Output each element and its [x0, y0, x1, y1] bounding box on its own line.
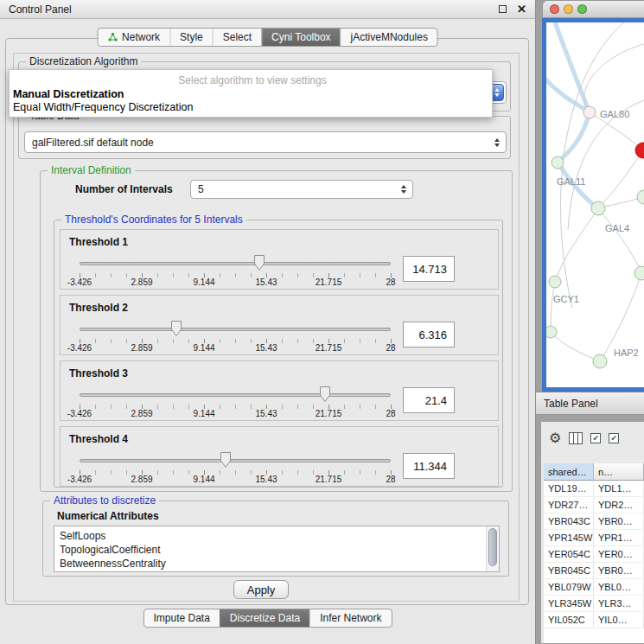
apply-button[interactable]: Apply	[233, 580, 289, 599]
window-minimize-icon[interactable]	[564, 4, 573, 14]
tab-infer-network[interactable]: Infer Network	[309, 609, 391, 627]
tab-label: Cyni Toolbox	[271, 31, 330, 43]
popup-item-manual-discretization[interactable]: Manual Discretization	[13, 88, 492, 101]
tab-discretize-data[interactable]: Discretize Data	[220, 609, 309, 627]
threshold-slider[interactable]: -3.4262.8599.14415.4321.71528	[80, 448, 391, 484]
columns-icon[interactable]	[569, 432, 583, 444]
tab-select[interactable]: Select	[213, 29, 261, 46]
table-cell[interactable]: YIL0…	[594, 612, 644, 628]
threshold-slider[interactable]: -3.4262.8599.14415.4321.71528	[80, 382, 391, 418]
unselect-all-check-icon[interactable]: ✔	[609, 433, 619, 443]
slider-scale: -3.4262.8599.14415.4321.71528	[80, 343, 391, 354]
tab-impute-data[interactable]: Impute Data	[143, 609, 219, 627]
attributes-list[interactable]: SelfLoops TopologicalCoefficient Between…	[54, 526, 500, 572]
tab-jactivemnodules[interactable]: jActiveMNodules	[341, 29, 437, 46]
list-item[interactable]: TopologicalCoefficient	[60, 543, 499, 557]
table-cell[interactable]: YDR2…	[594, 497, 644, 513]
threshold-value-field[interactable]	[403, 387, 455, 413]
group-title: Discretization Algorithm	[26, 55, 141, 67]
table-cell[interactable]: YER054C	[544, 546, 594, 563]
scrollbar-thumb[interactable]	[488, 528, 497, 566]
slider-thumb[interactable]	[220, 451, 232, 469]
screen: Control Panel ✕ Network Style Select Cyn…	[0, 0, 644, 644]
popup-item-equal-width-frequency[interactable]: Equal Width/Frequency Discretization	[13, 101, 492, 114]
table-cell[interactable]: YDR27…	[544, 497, 594, 513]
window-zoom-icon[interactable]	[577, 4, 587, 14]
tab-label: Impute Data	[153, 612, 209, 624]
panel-title: Control Panel	[9, 3, 499, 16]
gear-icon[interactable]: ⚙	[549, 431, 561, 445]
table-row[interactable]: YBL079WYBL0…	[544, 579, 644, 596]
tab-label: Network	[122, 31, 160, 43]
table-cell[interactable]: YBR0…	[594, 563, 644, 579]
network-canvas[interactable]: GAL80 GAL11 GAL4 GCY1 HAP2	[546, 22, 644, 392]
tab-label: Style	[180, 31, 203, 43]
table-cell[interactable]: YDL19…	[544, 481, 594, 497]
threshold-slider[interactable]: -3.4262.8599.14415.4321.71528	[80, 251, 391, 287]
slider-track[interactable]	[80, 393, 391, 397]
slider-track[interactable]	[80, 328, 391, 331]
number-of-intervals-combobox[interactable]: 5	[190, 180, 413, 199]
list-item[interactable]: SelfLoops	[60, 529, 499, 543]
interval-definition-group: Interval Definition Number of Intervals …	[40, 170, 513, 492]
slider-track[interactable]	[80, 459, 391, 462]
table-cell[interactable]: YDL1…	[594, 481, 644, 497]
network-node[interactable]	[552, 156, 564, 169]
table-row[interactable]: YDL19…YDL1…	[544, 481, 644, 497]
table-cell[interactable]: YIL052C	[544, 612, 594, 628]
window-close-icon[interactable]	[550, 4, 559, 14]
list-scrollbar[interactable]	[486, 526, 499, 571]
table-data-combobox[interactable]: galFiltered.sif default node	[24, 131, 507, 153]
network-node[interactable]	[583, 106, 596, 118]
table-row[interactable]: YER054CYER0…	[544, 546, 644, 563]
slider-thumb[interactable]	[319, 386, 331, 403]
column-header-shared-name[interactable]: shared…	[544, 463, 594, 481]
table-cell[interactable]: YPR145W	[544, 530, 594, 546]
network-view[interactable]: GAL80 GAL11 GAL4 GCY1 HAP2	[542, 18, 644, 392]
slider-thumb[interactable]	[253, 254, 265, 271]
threshold-slider[interactable]: -3.4262.8599.14415.4321.71528	[80, 316, 391, 353]
tab-style[interactable]: Style	[169, 29, 213, 46]
table-row[interactable]: YPR145WYPR1…	[544, 530, 644, 546]
float-panel-icon[interactable]	[499, 5, 507, 13]
slider-scale: -3.4262.8599.14415.4321.71528	[80, 277, 391, 288]
table-row[interactable]: YDR27…YDR2…	[544, 497, 644, 513]
attributes-group: Attributes to discretize Numerical Attri…	[42, 501, 509, 577]
combo-value: 5	[198, 183, 204, 195]
network-node[interactable]	[546, 326, 557, 338]
table-header-row: shared… n…	[544, 463, 644, 481]
network-node[interactable]	[593, 354, 607, 368]
table-cell[interactable]: YBL079W	[544, 579, 594, 596]
table-data-group: Table Data galFiltered.sif default node	[18, 116, 511, 159]
list-item[interactable]: BetweennessCentrality	[60, 557, 499, 571]
network-node[interactable]	[591, 201, 605, 215]
table-cell[interactable]: YPR1…	[594, 530, 644, 546]
table-cell[interactable]: YER0…	[594, 546, 644, 563]
table-cell[interactable]: YBR0…	[594, 513, 644, 530]
column-header-name[interactable]: n…	[594, 463, 644, 481]
table-row[interactable]: YBR043CYBR0…	[544, 513, 644, 530]
table-cell[interactable]: YBR043C	[544, 513, 594, 530]
tab-label: Select	[223, 31, 252, 43]
network-node[interactable]	[549, 276, 561, 288]
slider-track[interactable]	[80, 262, 391, 265]
threshold-value-field[interactable]	[403, 256, 455, 282]
threshold-value-field[interactable]	[403, 322, 455, 348]
slider-thumb[interactable]	[170, 320, 182, 337]
close-panel-icon[interactable]: ✕	[517, 3, 526, 15]
table-cell[interactable]: YLR345W	[544, 596, 594, 612]
slider-scale-label: 15.43	[255, 343, 277, 353]
network-node[interactable]	[634, 266, 644, 280]
network-node[interactable]	[637, 190, 644, 204]
tab-cyni-toolbox[interactable]: Cyni Toolbox	[261, 29, 340, 46]
table-row[interactable]: YBR045CYBR0…	[544, 563, 644, 579]
tab-network[interactable]: Network	[98, 29, 169, 46]
threshold-value-field[interactable]	[403, 453, 455, 479]
table-cell[interactable]: YLR3…	[594, 596, 644, 612]
select-all-check-icon[interactable]: ✔	[590, 433, 601, 443]
table-row[interactable]: YLR345WYLR3…	[544, 596, 644, 612]
table-cell[interactable]: YBL0…	[594, 579, 644, 596]
node-label: GAL80	[600, 109, 629, 119]
table-row[interactable]: YIL052CYIL0…	[544, 612, 644, 628]
table-cell[interactable]: YBR045C	[544, 563, 594, 579]
